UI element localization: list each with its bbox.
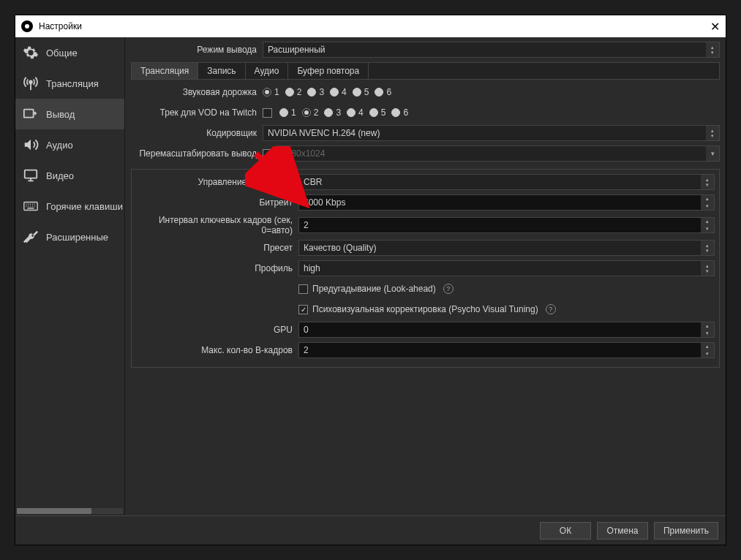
sidebar-item-label: Видео — [46, 170, 74, 181]
tab-replay-buffer[interactable]: Буфер повтора — [288, 63, 369, 79]
sidebar-item-label: Вывод — [46, 109, 75, 120]
keyboard-icon — [23, 198, 39, 214]
speaker-icon — [23, 137, 39, 153]
audio-track-3[interactable]: 3 — [307, 87, 324, 97]
gear-icon — [23, 45, 39, 61]
help-icon[interactable]: ? — [546, 304, 556, 314]
bframes-label: Макс. кол-во B-кадров — [132, 345, 298, 355]
preset-select[interactable]: Качество (Quality) — [298, 240, 715, 256]
profile-select[interactable]: high — [298, 260, 715, 276]
vod-track-5[interactable]: 5 — [369, 107, 386, 118]
bitrate-label: Битрейт — [132, 197, 298, 208]
ok-button[interactable]: ОК — [540, 522, 591, 540]
encoder-select[interactable]: NVIDIA NVENC H.264 (new) — [263, 125, 720, 141]
sidebar: Общие Трансляция Вывод Аудио Видео Горяч… — [15, 37, 125, 515]
apply-button[interactable]: Применить — [654, 522, 718, 540]
vod-track-4[interactable]: 4 — [347, 107, 364, 118]
audio-track-label: Звуковая дорожка — [131, 87, 263, 97]
keyframe-input[interactable]: 2 ▴▾ — [298, 217, 715, 233]
svg-rect-2 — [25, 170, 37, 178]
rescale-select[interactable]: 1280x1024 — [277, 145, 720, 162]
psycho-checkbox[interactable] — [298, 305, 308, 314]
audio-track-5[interactable]: 5 — [353, 87, 369, 97]
close-button[interactable]: ✕ — [691, 20, 720, 34]
output-mode-label: Режим вывода — [131, 45, 263, 55]
chevron-updown-icon — [701, 241, 714, 255]
lookahead-label: Предугадывание (Look-ahead) — [312, 284, 436, 294]
tab-streaming[interactable]: Трансляция — [132, 63, 198, 79]
vod-track-radios: 1 2 3 4 5 6 — [279, 107, 408, 118]
audio-track-radios: 1 2 3 4 5 6 — [263, 87, 391, 97]
vod-track-1[interactable]: 1 — [279, 107, 296, 118]
output-mode-select[interactable]: Расширенный — [263, 42, 720, 58]
sidebar-item-label: Горячие клавиши — [46, 201, 123, 212]
audio-track-6[interactable]: 6 — [375, 87, 391, 97]
sidebar-item-video[interactable]: Видео — [15, 160, 124, 191]
bframes-input[interactable]: 2 ▴▾ — [298, 342, 715, 358]
sidebar-item-output[interactable]: Вывод — [15, 99, 124, 129]
chevron-updown-icon — [701, 261, 714, 276]
profile-label: Профиль — [132, 263, 298, 273]
sidebar-item-label: Общие — [46, 48, 78, 58]
content-panel: Режим вывода Расширенный Трансляция Запи… — [125, 37, 726, 515]
svg-point-0 — [29, 80, 32, 83]
svg-rect-1 — [24, 110, 34, 118]
rate-control-label: Управление битрейтом — [132, 177, 298, 187]
encoder-settings-panel: Управление битрейтом CBR Битрейт 6000 Kb… — [131, 169, 720, 368]
psycho-label: Психовизуальная корректировка (Psycho Vi… — [312, 304, 538, 314]
rate-control-select[interactable]: CBR — [298, 174, 715, 190]
sidebar-item-audio[interactable]: Аудио — [15, 129, 124, 160]
vod-track-6[interactable]: 6 — [391, 107, 408, 118]
obs-icon — [21, 20, 33, 32]
sidebar-item-label: Аудио — [46, 140, 73, 151]
chevron-updown-icon — [706, 42, 719, 57]
lookahead-checkbox[interactable] — [298, 284, 308, 294]
tab-recording[interactable]: Запись — [198, 63, 245, 79]
sidebar-item-general[interactable]: Общие — [15, 37, 124, 68]
bitrate-input[interactable]: 6000 Kbps ▴▾ — [298, 194, 715, 211]
preset-label: Пресет — [132, 243, 298, 253]
gpu-input[interactable]: 0 ▴▾ — [298, 322, 715, 338]
gpu-label: GPU — [132, 325, 298, 335]
vod-track-enable-checkbox[interactable] — [263, 108, 272, 118]
chevron-updown-icon — [706, 126, 719, 140]
vod-track-3[interactable]: 3 — [324, 107, 341, 118]
audio-track-1[interactable]: 1 — [263, 87, 279, 97]
output-tabs: Трансляция Запись Аудио Буфер повтора — [131, 62, 720, 80]
settings-window: Настройки ✕ Общие Трансляция Вывод Аудио — [15, 15, 726, 545]
sidebar-item-label: Трансляция — [46, 78, 99, 89]
dialog-footer: ОК Отмена Применить — [15, 515, 726, 545]
rescale-checkbox[interactable] — [263, 149, 272, 159]
audio-track-2[interactable]: 2 — [285, 87, 302, 97]
antenna-icon — [23, 75, 39, 91]
monitor-icon — [23, 167, 39, 183]
audio-track-4[interactable]: 4 — [330, 87, 347, 97]
window-title: Настройки — [39, 21, 691, 31]
encoder-label: Кодировщик — [131, 128, 263, 138]
vod-track-2[interactable]: 2 — [302, 107, 319, 118]
keyframe-label: Интервал ключевых кадров (сек, 0=авто) — [132, 215, 298, 235]
sidebar-item-hotkeys[interactable]: Горячие клавиши — [15, 191, 124, 222]
sidebar-item-stream[interactable]: Трансляция — [15, 68, 124, 99]
tab-audio[interactable]: Аудио — [246, 63, 289, 79]
sidebar-item-label: Расширенные — [46, 232, 108, 243]
tools-icon — [23, 229, 39, 245]
vod-track-label: Трек для VOD на Twitch — [131, 107, 263, 118]
chevron-down-icon — [706, 146, 719, 161]
sidebar-scrollbar[interactable] — [17, 508, 123, 514]
titlebar: Настройки ✕ — [15, 15, 726, 37]
help-icon[interactable]: ? — [443, 284, 454, 294]
cancel-button[interactable]: Отмена — [597, 522, 648, 540]
output-icon — [23, 106, 39, 122]
sidebar-item-advanced[interactable]: Расширенные — [15, 222, 124, 252]
chevron-updown-icon — [701, 175, 714, 189]
rescale-label: Перемасштабировать вывод — [131, 148, 263, 159]
